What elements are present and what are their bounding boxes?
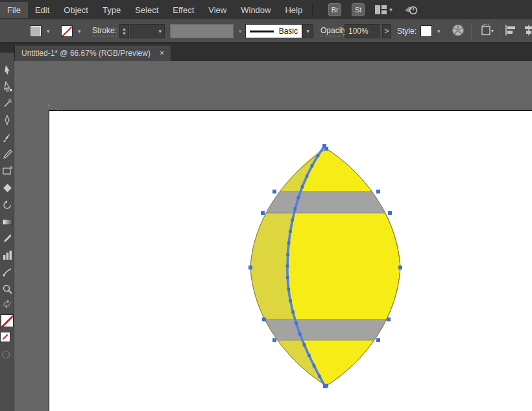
align-left-button[interactable]	[505, 25, 516, 38]
football-stripe-bottom[interactable]	[245, 319, 407, 340]
menu-window[interactable]: Window	[234, 2, 278, 18]
menu-view[interactable]: View	[201, 2, 234, 18]
pencil-tool[interactable]	[0, 145, 14, 162]
anchor-point[interactable]	[248, 266, 252, 269]
anchor-point[interactable]	[376, 190, 380, 193]
anchor-point[interactable]	[295, 321, 298, 325]
brush-definition-dropdown[interactable]: Basic	[245, 24, 302, 38]
anchor-point[interactable]	[294, 207, 297, 210]
brush-chevron-button[interactable]: ▾	[302, 24, 313, 38]
anchor-point[interactable]	[387, 318, 391, 321]
stock-button[interactable]: St	[352, 3, 365, 16]
align-center-button[interactable]	[523, 25, 532, 38]
stroke-color-swatch[interactable]	[61, 25, 73, 37]
tab-close-icon[interactable]: ×	[160, 49, 164, 58]
style-chevron-icon[interactable]: ▾	[437, 28, 441, 34]
anchor-point[interactable]	[289, 299, 292, 303]
menu-select[interactable]: Select	[128, 2, 165, 18]
touch-workspace-toggle[interactable]	[403, 4, 418, 16]
anchor-point[interactable]	[286, 253, 289, 256]
anchor-point[interactable]	[388, 211, 392, 215]
style-label: Style:	[397, 27, 417, 36]
blend-tool[interactable]	[0, 264, 14, 280]
artboard-tool[interactable]	[0, 162, 14, 179]
fill-none-swatch[interactable]	[1, 314, 14, 327]
gradient-tool[interactable]	[0, 213, 14, 230]
document-setup-icon: ▾	[479, 24, 497, 37]
menu-bar: File Edit Object Type Select Effect View…	[0, 0, 532, 19]
stroke-weight-stepper[interactable]: ▲▼	[119, 24, 129, 38]
stroke-label[interactable]: Stroke:	[92, 26, 117, 36]
opacity-field[interactable]: 100%	[345, 24, 380, 38]
recolor-artwork-button[interactable]	[452, 24, 465, 39]
opacity-more-button[interactable]: >	[382, 24, 391, 38]
anchor-point[interactable]	[287, 242, 291, 245]
pen-tool[interactable]	[0, 112, 14, 129]
anchor-point[interactable]	[297, 196, 300, 199]
anchor-point[interactable]	[272, 338, 276, 342]
menu-type[interactable]: Type	[95, 2, 128, 18]
shape-tool[interactable]	[0, 179, 14, 196]
anchor-point[interactable]	[286, 265, 289, 268]
anchor-point[interactable]	[376, 338, 380, 342]
bridge-button[interactable]: Br	[328, 3, 341, 16]
eyedropper-tool[interactable]	[0, 230, 14, 247]
anchor-point[interactable]	[323, 384, 327, 388]
controlbar-separator	[471, 23, 472, 39]
selection-tool[interactable]	[0, 61, 14, 78]
anchor-point[interactable]	[291, 310, 295, 314]
swap-fill-stroke[interactable]	[0, 297, 14, 310]
anchor-point[interactable]	[308, 354, 311, 357]
anchor-point[interactable]	[306, 175, 309, 178]
anchor-point[interactable]	[317, 155, 320, 158]
stroke-weight-field[interactable]: ▾	[130, 24, 165, 38]
toolbar-dock-stub	[0, 53, 14, 61]
anchor-point[interactable]	[318, 375, 321, 378]
document-setup-button[interactable]: ▾	[479, 24, 497, 39]
document-tab-bar: Untitled-1* @ 66.67% (RGB/Preview) ×	[0, 43, 532, 61]
document-tab[interactable]: Untitled-1* @ 66.67% (RGB/Preview) ×	[14, 45, 171, 61]
stroke-none-swatch[interactable]	[1, 332, 10, 342]
direct-selection-tool[interactable]	[0, 78, 14, 95]
football-stripe-top[interactable]	[245, 192, 407, 213]
zoom-tool[interactable]	[0, 280, 14, 297]
menu-help[interactable]: Help	[278, 2, 309, 18]
control-bar: ▾ ▾ Stroke: ▲▼ ▾ ▾ Basic ▾ Opacity: 100%…	[0, 19, 532, 43]
chevron-down-icon[interactable]: ▾	[158, 28, 162, 34]
fill-chevron-icon[interactable]: ▾	[47, 28, 50, 34]
anchor-point[interactable]	[261, 211, 265, 215]
align-center-icon	[523, 25, 532, 36]
anchor-point[interactable]	[289, 230, 292, 233]
workspace-switcher[interactable]: ▾	[375, 5, 393, 14]
width-profile-dropdown	[170, 24, 234, 38]
menu-object[interactable]: Object	[56, 2, 95, 18]
graph-tool[interactable]	[0, 247, 14, 264]
anchor-point[interactable]	[286, 276, 289, 279]
width-profile-chevron-icon: ▾	[239, 28, 242, 34]
fill-color-swatch[interactable]	[30, 25, 42, 37]
anchor-point[interactable]	[291, 219, 294, 222]
anchor-point[interactable]	[303, 343, 306, 347]
anchor-point[interactable]	[298, 332, 302, 336]
artwork-canvas[interactable]	[242, 136, 417, 403]
menu-file[interactable]: File	[0, 2, 28, 18]
anchor-point[interactable]	[272, 190, 276, 193]
touch-workspace-icon	[403, 4, 418, 16]
stroke-chevron-icon[interactable]: ▾	[78, 28, 81, 34]
brush-stroke-preview	[250, 31, 274, 32]
anchor-point[interactable]	[313, 364, 316, 367]
rotate-tool[interactable]	[0, 196, 14, 213]
anchor-point[interactable]	[311, 164, 314, 168]
anchor-point[interactable]	[301, 185, 304, 188]
graphic-style-swatch[interactable]	[420, 25, 432, 37]
menu-edit[interactable]: Edit	[28, 2, 56, 18]
menu-effect[interactable]: Effect	[165, 2, 201, 18]
magic-wand-tool[interactable]	[0, 95, 14, 112]
anchor-point[interactable]	[262, 318, 266, 321]
draw-mode-icon[interactable]	[2, 351, 10, 358]
anchor-point[interactable]	[398, 266, 402, 269]
brush-tool[interactable]	[0, 129, 14, 145]
canvas-area	[0, 61, 532, 411]
anchor-point[interactable]	[287, 288, 290, 291]
anchor-point[interactable]	[322, 144, 326, 148]
